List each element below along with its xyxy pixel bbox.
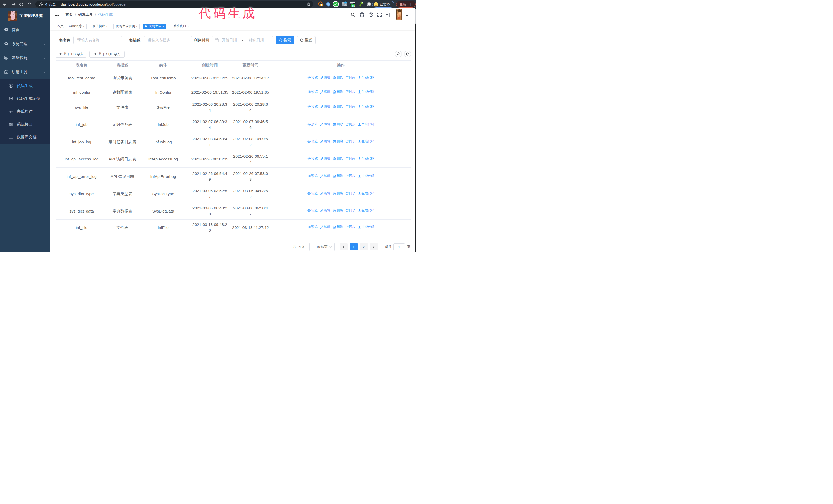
svg-text:1: 1 <box>321 4 322 6</box>
svg-text:on: on <box>352 5 355 7</box>
